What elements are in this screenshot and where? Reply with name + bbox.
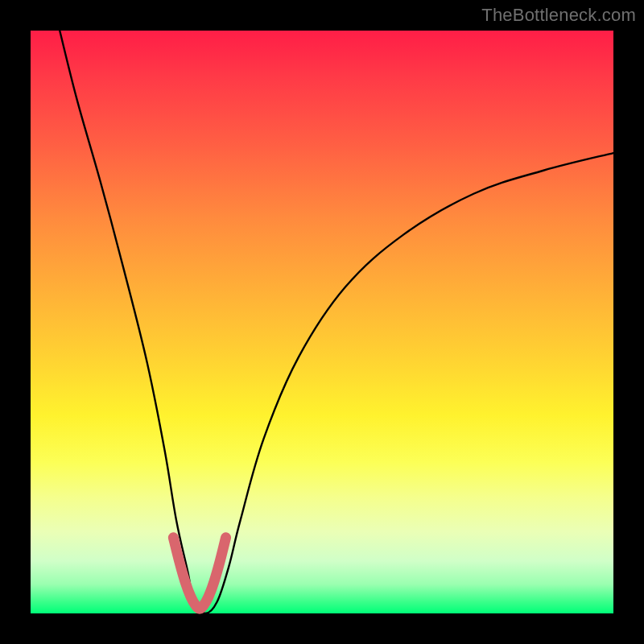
chart-frame: TheBottleneck.com [0,0,644,644]
curve-layer [31,31,613,613]
plot-area [31,31,613,613]
watermark-label: TheBottleneck.com [481,5,636,26]
bottleneck-curve [60,31,613,613]
